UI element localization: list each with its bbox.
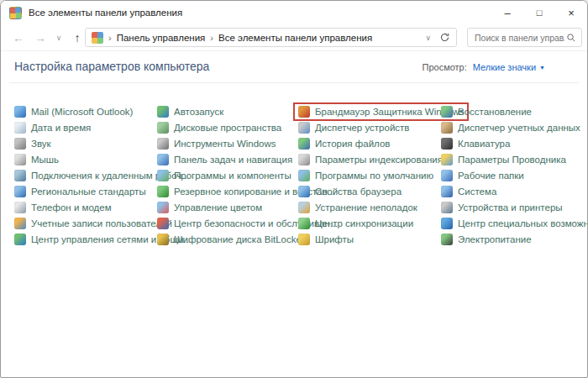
item-link[interactable]: Центр специальных возможностей	[438, 216, 588, 231]
recovery-icon	[441, 106, 453, 118]
control-panel-item[interactable]: Шрифты	[298, 231, 441, 247]
item-link[interactable]: Телефон и модем	[11, 200, 115, 215]
control-panel-item[interactable]: Электропитание	[441, 231, 588, 247]
control-panel-item[interactable]: Центр специальных возможностей	[441, 215, 588, 231]
back-icon[interactable]: ←	[8, 31, 29, 45]
nav-arrows: ← → ∨ ↑	[8, 24, 88, 50]
control-panel-item[interactable]: Центр синхронизации	[298, 215, 441, 231]
control-panel-item[interactable]: Брандмауэр Защитника Windows	[298, 103, 441, 119]
items-column-3: Брандмауэр Защитника WindowsДиспетчер ус…	[298, 103, 441, 247]
network-sharing-center-icon	[14, 234, 26, 245]
item-link[interactable]: Рабочие папки	[438, 168, 528, 183]
item-label: Свойства браузера	[315, 186, 402, 197]
control-panel-item[interactable]: Региональные стандарты	[14, 183, 157, 199]
item-link[interactable]: Шрифты	[295, 232, 357, 247]
item-link[interactable]: Устройства и принтеры	[438, 200, 566, 215]
item-link[interactable]: Электропитание	[438, 232, 535, 247]
item-link[interactable]: Параметры индексирования	[295, 152, 446, 167]
control-panel-item[interactable]: Диспетчер устройств	[298, 119, 441, 135]
control-panel-item[interactable]: Система	[441, 183, 588, 199]
control-panel-item[interactable]: Программы и компоненты	[157, 167, 298, 183]
control-panel-item[interactable]: Дисковые пространства	[157, 119, 298, 135]
breadcrumb-control-panel[interactable]: Панель управления	[117, 33, 206, 43]
maximize-button[interactable]: □	[523, 1, 555, 24]
view-mode-dropdown[interactable]: Мелкие значки ▼	[473, 62, 545, 72]
forward-icon[interactable]: →	[29, 31, 51, 45]
control-panel-item[interactable]: История файлов	[298, 135, 441, 151]
item-link[interactable]: Восстановление	[438, 104, 535, 119]
item-link[interactable]: Управление цветом	[154, 200, 265, 215]
item-link[interactable]: Система	[438, 184, 500, 199]
item-link[interactable]: Мышь	[11, 152, 62, 167]
control-panel-item[interactable]: Mail (Microsoft Outlook)	[14, 103, 157, 119]
item-label: Диспетчер устройств	[315, 123, 409, 133]
phone-modem-icon	[14, 202, 26, 213]
item-link[interactable]: Шифрование диска BitLocker	[154, 232, 308, 247]
control-panel-item[interactable]: Рабочие папки	[441, 167, 588, 183]
item-link[interactable]: Панель задач и навигация	[154, 152, 296, 167]
control-panel-item[interactable]: Мышь	[14, 151, 157, 167]
control-panel-item[interactable]: Центр безопасности и обслуживан...	[157, 215, 298, 231]
recent-pages-chevron-icon[interactable]: ∨	[51, 34, 66, 42]
navigation-bar: ← → ∨ ↑ › Панель управления › Все элемен…	[1, 24, 587, 51]
control-panel-item[interactable]: Устранение неполадок	[298, 199, 441, 215]
control-panel-item[interactable]: Клавиатура	[441, 135, 588, 151]
address-dropdown-icon[interactable]: ∨	[425, 34, 431, 42]
control-panel-item[interactable]: Свойства браузера	[298, 183, 441, 199]
item-link[interactable]: Mail (Microsoft Outlook)	[11, 104, 136, 119]
control-panel-item[interactable]: Автозапуск	[157, 103, 298, 119]
control-panel-item[interactable]: Телефон и модем	[14, 199, 157, 215]
item-link[interactable]: Клавиатура	[438, 136, 513, 151]
control-panel-item[interactable]: Шифрование диска BitLocker	[157, 231, 298, 247]
refresh-icon[interactable]	[439, 32, 450, 43]
ease-of-access-icon	[441, 218, 453, 229]
item-label: Телефон и модем	[31, 202, 112, 213]
credential-manager-icon	[441, 122, 453, 134]
control-panel-item[interactable]: Программы по умолчанию	[298, 167, 441, 183]
item-link[interactable]: Программы и компоненты	[154, 168, 295, 183]
indexing-options-icon	[298, 154, 310, 165]
control-panel-item[interactable]: Подключения к удаленным рабоч...	[14, 167, 157, 183]
control-panel-app-icon	[9, 7, 22, 19]
control-panel-item[interactable]: Резервное копирование и восстан...	[157, 183, 298, 199]
item-link[interactable]: Устранение неполадок	[295, 200, 421, 215]
item-link[interactable]: Дисковые пространства	[154, 120, 285, 135]
item-link[interactable]: Свойства браузера	[295, 184, 405, 199]
control-panel-item[interactable]: Центр управления сетями и общи...	[14, 231, 157, 247]
remote-desktop-connections-icon	[14, 170, 26, 181]
control-panel-item[interactable]: Восстановление	[441, 103, 588, 119]
item-link[interactable]: Диспетчер учетных данных	[438, 120, 584, 135]
item-link[interactable]: Параметры Проводника	[438, 152, 570, 167]
item-link[interactable]: Региональные стандарты	[11, 184, 150, 199]
control-panel-item[interactable]: Диспетчер учетных данных	[441, 119, 588, 135]
page-header: Настройка параметров компьютера Просмотр…	[1, 51, 587, 82]
item-link[interactable]: Диспетчер устройств	[295, 120, 412, 135]
control-panel-item[interactable]: Панель задач и навигация	[157, 151, 298, 167]
items-column-4: ВосстановлениеДиспетчер учетных данныхКл…	[441, 103, 588, 247]
control-panel-item[interactable]: Дата и время	[14, 119, 157, 135]
item-link[interactable]: Учетные записи пользователей	[11, 216, 176, 231]
minimize-button[interactable]: –	[491, 1, 523, 24]
item-label: Шифрование диска BitLocker	[174, 234, 305, 244]
item-link[interactable]: Автозапуск	[154, 104, 227, 119]
item-link[interactable]: Инструменты Windows	[154, 136, 280, 151]
item-link[interactable]: Центр синхронизации	[295, 216, 417, 231]
search-input[interactable]	[473, 32, 566, 44]
control-panel-item[interactable]: Звук	[14, 135, 157, 151]
control-panel-item[interactable]: Управление цветом	[157, 199, 298, 215]
control-panel-item[interactable]: Устройства и принтеры	[441, 199, 588, 215]
item-link[interactable]: Программы по умолчанию	[295, 168, 437, 183]
backup-restore-icon	[157, 186, 169, 197]
breadcrumb-all-items[interactable]: Все элементы панели управления	[218, 33, 372, 43]
view-caret-icon: ▼	[539, 65, 545, 71]
item-link[interactable]: Звук	[11, 136, 55, 151]
item-link[interactable]: Дата и время	[11, 120, 94, 135]
control-panel-item[interactable]: Учетные записи пользователей	[14, 215, 157, 231]
control-panel-item[interactable]: Параметры индексирования	[298, 151, 441, 167]
control-panel-item[interactable]: Инструменты Windows	[157, 135, 298, 151]
item-label: Рабочие папки	[458, 171, 524, 181]
address-bar[interactable]: › Панель управления › Все элементы панел…	[85, 28, 457, 47]
close-button[interactable]: ×	[555, 1, 587, 24]
control-panel-item[interactable]: Параметры Проводника	[441, 151, 588, 167]
item-link[interactable]: История файлов	[295, 136, 393, 151]
